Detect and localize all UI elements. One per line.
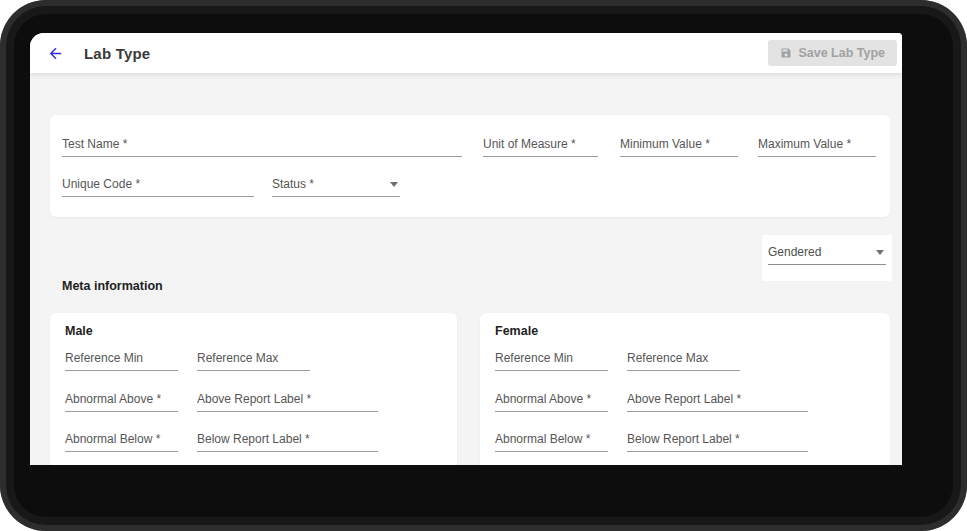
minimum-value-label: Minimum Value * bbox=[620, 137, 738, 151]
female-above-report-label-input[interactable]: Above Report Label * bbox=[627, 392, 808, 412]
meta-section-title: Meta information bbox=[62, 279, 163, 293]
test-name-label: Test Name * bbox=[62, 137, 462, 151]
arrow-left-icon bbox=[47, 45, 64, 62]
male-above-report-label-input[interactable]: Above Report Label * bbox=[197, 392, 378, 412]
maximum-value-input[interactable]: Maximum Value * bbox=[758, 137, 876, 157]
unit-of-measure-label: Unit of Measure * bbox=[483, 137, 598, 151]
dropdown-arrow-icon bbox=[876, 250, 884, 255]
gendered-select-value: Gendered bbox=[768, 245, 821, 259]
save-icon bbox=[780, 47, 792, 59]
female-abnormal-above-label: Abnormal Above * bbox=[495, 392, 608, 406]
maximum-value-label: Maximum Value * bbox=[758, 137, 876, 151]
toolbar: Lab Type Save Lab Type bbox=[30, 33, 902, 73]
male-reference-max-input[interactable]: Reference Max bbox=[197, 351, 310, 371]
save-button-label: Save Lab Type bbox=[798, 46, 885, 60]
male-above-report-label-label: Above Report Label * bbox=[197, 392, 378, 406]
male-reference-max-label: Reference Max bbox=[197, 351, 310, 365]
dropdown-arrow-icon bbox=[390, 182, 398, 187]
app-window: Lab Type Save Lab Type Test Name * Unit … bbox=[30, 33, 902, 465]
female-abnormal-below-label: Abnormal Below * bbox=[495, 432, 608, 446]
male-reference-min-input[interactable]: Reference Min bbox=[65, 351, 178, 371]
female-abnormal-below-input[interactable]: Abnormal Below * bbox=[495, 432, 608, 452]
unit-of-measure-input[interactable]: Unit of Measure * bbox=[483, 137, 598, 157]
female-card-title: Female bbox=[495, 324, 538, 338]
screenshot-stage: Lab Type Save Lab Type Test Name * Unit … bbox=[0, 0, 967, 531]
status-select[interactable]: Status * bbox=[272, 177, 400, 197]
male-card-title: Male bbox=[65, 324, 93, 338]
status-label: Status * bbox=[272, 177, 314, 191]
male-card: Male Reference Min Reference Max Abnorma… bbox=[50, 313, 457, 465]
back-button[interactable] bbox=[42, 40, 68, 66]
page-title: Lab Type bbox=[84, 45, 150, 62]
gendered-select-box: Gendered bbox=[762, 235, 892, 281]
male-abnormal-below-input[interactable]: Abnormal Below * bbox=[65, 432, 178, 452]
minimum-value-input[interactable]: Minimum Value * bbox=[620, 137, 738, 157]
female-reference-min-input[interactable]: Reference Min bbox=[495, 351, 608, 371]
lab-type-form-card: Test Name * Unit of Measure * Minimum Va… bbox=[50, 115, 890, 217]
male-below-report-label-input[interactable]: Below Report Label * bbox=[197, 432, 378, 452]
male-reference-min-label: Reference Min bbox=[65, 351, 178, 365]
female-reference-min-label: Reference Min bbox=[495, 351, 608, 365]
male-abnormal-above-label: Abnormal Above * bbox=[65, 392, 178, 406]
male-abnormal-above-input[interactable]: Abnormal Above * bbox=[65, 392, 178, 412]
female-below-report-label-input[interactable]: Below Report Label * bbox=[627, 432, 808, 452]
save-lab-type-button[interactable]: Save Lab Type bbox=[768, 40, 897, 66]
male-abnormal-below-label: Abnormal Below * bbox=[65, 432, 178, 446]
gendered-select[interactable]: Gendered bbox=[768, 245, 886, 265]
female-below-report-label-label: Below Report Label * bbox=[627, 432, 808, 446]
unique-code-input[interactable]: Unique Code * bbox=[62, 177, 254, 197]
female-abnormal-above-input[interactable]: Abnormal Above * bbox=[495, 392, 608, 412]
test-name-input[interactable]: Test Name * bbox=[62, 137, 462, 157]
female-above-report-label-label: Above Report Label * bbox=[627, 392, 808, 406]
female-reference-max-label: Reference Max bbox=[627, 351, 740, 365]
female-reference-max-input[interactable]: Reference Max bbox=[627, 351, 740, 371]
unique-code-label: Unique Code * bbox=[62, 177, 254, 191]
female-card: Female Reference Min Reference Max Abnor… bbox=[480, 313, 890, 465]
male-below-report-label-label: Below Report Label * bbox=[197, 432, 378, 446]
